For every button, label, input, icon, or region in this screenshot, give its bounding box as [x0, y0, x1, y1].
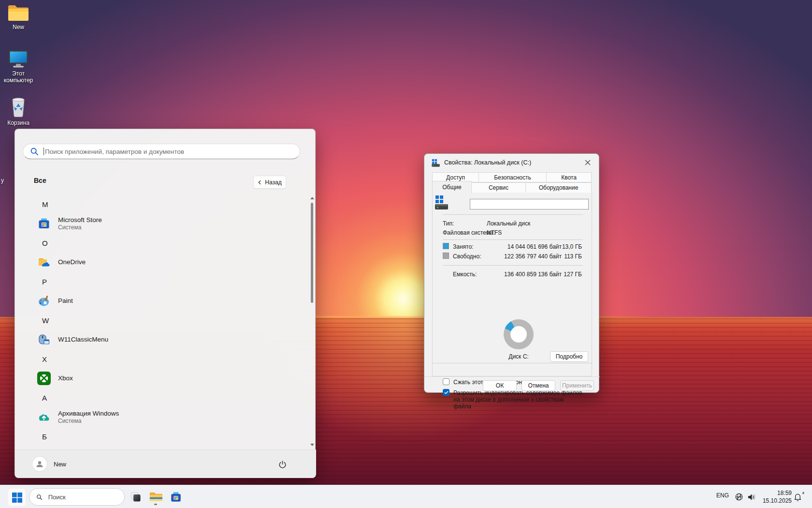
app-item-xbox[interactable]: Xbox	[15, 369, 305, 388]
user-name[interactable]: New	[54, 461, 66, 468]
clock[interactable]: 18:59 15.10.2025	[760, 489, 792, 505]
volume-label-input[interactable]	[470, 199, 589, 209]
apps-scrollbar[interactable]	[310, 197, 314, 446]
letter-header-b[interactable]: Б	[15, 427, 305, 446]
text-caret	[44, 148, 44, 155]
desktop-icon-this-pc[interactable]: Этот компьютер	[0, 49, 37, 84]
compress-checkbox[interactable]	[443, 378, 450, 385]
scrollbar-thumb[interactable]	[311, 203, 313, 303]
app-label: W11ClassicMenu	[58, 336, 108, 344]
notifications-button[interactable]: z	[793, 492, 804, 502]
tab-security[interactable]: Безопасность	[478, 172, 547, 182]
monitor-icon	[7, 49, 29, 69]
taskbar-search-box[interactable]	[29, 488, 125, 506]
app-label: Microsoft Store	[58, 216, 102, 224]
running-indicator	[154, 504, 157, 505]
tab-hardware[interactable]: Оборудование	[525, 182, 592, 193]
desktop-icon-label: Корзина	[0, 120, 37, 126]
type-value: Локальный диск	[487, 220, 530, 227]
letter-header-x[interactable]: X	[15, 349, 305, 369]
start-search-input[interactable]	[45, 148, 294, 155]
xbox-icon	[37, 372, 51, 385]
apply-button[interactable]: Применить	[560, 380, 594, 391]
donut-hole	[510, 326, 527, 343]
tab-row-front: Общие Сервис Оборудование	[432, 182, 592, 193]
bell-icon	[793, 492, 802, 501]
file-explorer-button[interactable]	[147, 488, 164, 506]
used-bytes: 14 044 061 696 байт	[508, 243, 562, 250]
close-icon	[585, 160, 591, 165]
task-view-icon	[130, 492, 141, 502]
language-indicator[interactable]: ENG	[714, 492, 731, 499]
user-avatar[interactable]	[32, 457, 47, 471]
desktop-icon-recycle-bin[interactable]: Корзина	[0, 96, 37, 126]
windows-logo-icon	[12, 493, 22, 503]
app-item-windows-backup[interactable]: Архивация Windows Система	[15, 407, 305, 427]
dialog-titlebar[interactable]: Свойства: Локальный диск (C:)	[424, 154, 599, 171]
letter-header-w[interactable]: W	[15, 311, 305, 330]
bell-z-badge: z	[802, 491, 804, 495]
person-icon	[35, 460, 44, 468]
letter-header-o[interactable]: O	[15, 233, 305, 253]
letter-header-m[interactable]: M	[15, 194, 305, 214]
taskbar-search-input[interactable]	[47, 493, 117, 501]
type-label: Тип:	[443, 220, 454, 227]
checkmark-icon	[444, 390, 449, 394]
free-label: Свободно:	[453, 253, 481, 260]
indexing-checkbox[interactable]	[443, 389, 450, 396]
footer-separator	[424, 376, 600, 377]
w11classicmenu-icon	[37, 333, 51, 346]
desktop: New Этот компьютер Корзина у	[0, 0, 812, 508]
app-subtitle: Система	[58, 224, 102, 231]
recycle-bin-icon	[9, 96, 28, 118]
taskbar: ENG 18:59 15.10.2025	[0, 485, 812, 508]
globe-no-internet-icon	[735, 493, 743, 501]
power-button[interactable]	[276, 458, 289, 471]
search-icon	[30, 147, 39, 156]
network-button[interactable]	[735, 493, 743, 503]
ok-button[interactable]: ОК	[483, 380, 517, 391]
tab-general[interactable]: Общие	[432, 181, 472, 193]
app-label: Xbox	[58, 374, 73, 382]
desktop-icon-partial-label: у	[1, 177, 4, 184]
app-label: Архивация Windows	[58, 410, 119, 418]
tab-quota[interactable]: Квота	[546, 172, 592, 182]
task-view-button[interactable]	[127, 488, 145, 506]
app-subtitle: Система	[58, 418, 119, 424]
app-item-onedrive[interactable]: OneDrive	[15, 253, 305, 272]
close-button[interactable]	[580, 156, 596, 169]
letter-header-p[interactable]: P	[15, 272, 305, 291]
start-button[interactable]	[8, 488, 26, 507]
app-item-microsoft-store[interactable]: Microsoft Store Система	[15, 214, 305, 233]
dialog-title: Свойства: Локальный диск (C:)	[444, 159, 531, 166]
disk-name-label: Диск C:	[491, 353, 547, 360]
app-item-w11classicmenu[interactable]: W11ClassicMenu	[15, 330, 305, 349]
apps-list: M Microsoft Store Система	[15, 194, 305, 446]
free-bytes: 122 356 797 440 байт	[504, 253, 562, 260]
general-tab-pane: Тип: Локальный диск Файловая система: NT…	[432, 193, 592, 376]
back-button[interactable]: Назад	[253, 176, 286, 189]
app-label: OneDrive	[58, 258, 86, 266]
apps-section-title: Все	[34, 177, 46, 184]
file-explorer-icon	[149, 491, 162, 503]
capacity-label: Емкость:	[453, 271, 477, 278]
desktop-icon-new-folder[interactable]: New	[0, 4, 37, 30]
capacity-size: 127 ГБ	[555, 271, 582, 278]
start-search-box[interactable]	[23, 144, 300, 159]
used-size: 13,0 ГБ	[555, 243, 582, 250]
used-label: Занято:	[453, 243, 473, 250]
volume-button[interactable]	[747, 493, 757, 503]
search-icon	[36, 493, 43, 501]
microsoft-store-icon	[37, 217, 51, 230]
letter-header-a[interactable]: A	[15, 388, 305, 407]
app-item-paint[interactable]: Paint	[15, 291, 305, 311]
details-button[interactable]: Подробно	[550, 351, 588, 362]
disk-usage-donut	[504, 319, 534, 349]
drive-icon	[435, 195, 449, 210]
scroll-down-arrow-icon[interactable]	[310, 444, 314, 446]
cancel-button[interactable]: Отмена	[522, 380, 555, 391]
start-user-bar: New	[15, 449, 316, 478]
scroll-up-arrow-icon[interactable]	[310, 197, 314, 199]
store-button[interactable]	[167, 488, 185, 506]
tab-tools[interactable]: Сервис	[471, 182, 526, 193]
